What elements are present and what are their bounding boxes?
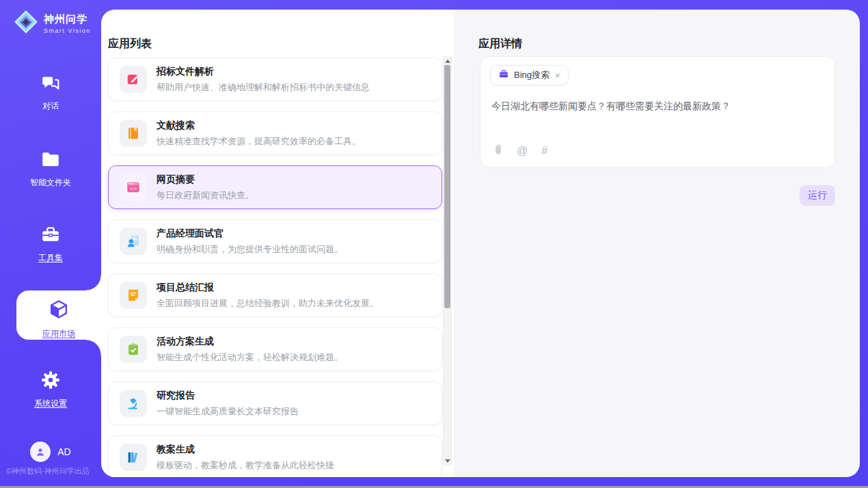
sidebar-item-label: 系统设置: [34, 398, 67, 409]
sidebar-item-smart-folder[interactable]: 智能文件夹: [0, 149, 101, 189]
triangle-down-icon: [445, 459, 450, 463]
app-name: 招标文件解析: [157, 66, 370, 78]
app-description: 每日政府新闻资讯快查。: [157, 189, 254, 202]
app-detail-panel: 应用详情 Bing搜索 × 今日湖北有哪些新闻要点？有哪些需要关注的最新政策？: [454, 10, 860, 477]
sidebar-item-toolset[interactable]: 工具集: [0, 224, 101, 264]
list-scrollbar[interactable]: [443, 56, 452, 465]
interviewer-icon: [120, 228, 147, 255]
folder-icon: [40, 149, 61, 172]
composer-toolbar: @ #: [493, 144, 547, 158]
app-name: 项目总结汇报: [157, 282, 379, 294]
app-card-project-summary[interactable]: 项目总结汇报 全面回顾项目进展，总结经验教训，助力未来优化发展。: [108, 273, 442, 317]
app-description: 明确身份和职责，为您提供专业性的面试问题。: [157, 243, 343, 256]
hash-icon[interactable]: #: [541, 146, 547, 157]
mention-icon[interactable]: @: [517, 146, 528, 157]
scrollbar-thumb[interactable]: [444, 65, 450, 308]
close-icon[interactable]: ×: [554, 70, 561, 81]
app-description: 全面回顾项目进展，总结经验教训，助力未来优化发展。: [157, 297, 379, 310]
user-initials: AD: [57, 446, 70, 457]
tool-chip-bing-search[interactable]: Bing搜索 ×: [490, 65, 569, 85]
app-list-title: 应用列表: [108, 37, 152, 51]
brand-tagline: Smart Vision: [44, 27, 91, 34]
book-icon: [120, 120, 147, 147]
app-name: 网页摘要: [157, 174, 254, 186]
sidebar-item-label: 应用市场: [42, 328, 75, 340]
tool-chip-label: Bing搜索: [514, 69, 550, 81]
app-card-list: 招标文件解析 帮助用户快速、准确地理解和解析招标书中的关键信息 文献搜索: [108, 57, 442, 477]
app-list-panel: 应用列表 招标文件解析 帮助用户快速、准确地理解和解析招标书中的关键信息: [101, 10, 454, 477]
note-icon: [120, 282, 147, 309]
copyright-text: ©神州数码·神州问学出品: [6, 466, 90, 476]
microscope-icon: [120, 390, 147, 417]
app-name: 教案生成: [157, 444, 334, 456]
app-name: 研究报告: [157, 390, 299, 402]
app-description: 模板驱动，教案秒成，教学准备从此轻松快捷: [157, 459, 334, 472]
triangle-up-icon: [445, 59, 450, 63]
app-description: 智能生成个性化活动方案，轻松解决规划难题。: [157, 351, 343, 364]
app-name: 文献搜索: [157, 120, 361, 132]
brand-name: 神州问学: [44, 13, 91, 26]
browser-code-icon: </>: [120, 174, 147, 201]
run-button[interactable]: 运行: [800, 185, 835, 206]
avatar: [30, 442, 51, 462]
books-icon: [120, 444, 147, 471]
app-description: 一键智能生成高质量长文本研究报告: [157, 405, 299, 418]
app-card-pm-interviewer[interactable]: 产品经理面试官 明确身份和职责，为您提供专业性的面试问题。: [108, 219, 442, 263]
app-card-event-plan[interactable]: 活动方案生成 智能生成个性化活动方案，轻松解决规划难题。: [108, 327, 442, 371]
gear-icon: [40, 370, 61, 393]
app-window: 神州问学 Smart Vision 对话 智能文件夹: [0, 0, 868, 488]
sidebar-item-label: 对话: [42, 100, 59, 112]
briefcase-icon: [498, 68, 509, 82]
query-input-text[interactable]: 今日湖北有哪些新闻要点？有哪些需要关注的最新政策？: [491, 99, 819, 113]
app-card-bid-document-analysis[interactable]: 招标文件解析 帮助用户快速、准确地理解和解析招标书中的关键信息: [108, 57, 442, 101]
app-card-web-summary[interactable]: </> 网页摘要 每日政府新闻资讯快查。: [108, 165, 442, 209]
app-card-lesson-plan[interactable]: 教案生成 模板驱动，教案秒成，教学准备从此轻松快捷: [108, 435, 442, 477]
sidebar-item-label: 工具集: [38, 252, 63, 264]
cube-icon: [48, 299, 70, 323]
prompt-card: Bing搜索 × 今日湖北有哪些新闻要点？有哪些需要关注的最新政策？ @ #: [480, 56, 835, 168]
toolbox-icon: [40, 224, 61, 247]
app-description: 帮助用户快速、准确地理解和解析招标书中的关键信息: [157, 81, 370, 94]
app-detail-title: 应用详情: [478, 37, 522, 51]
sidebar-item-label: 智能文件夹: [30, 177, 71, 189]
sidebar: 神州问学 Smart Vision 对话 智能文件夹: [0, 0, 101, 486]
app-description: 快速精准查找学术资源，提高研究效率的必备工具。: [157, 135, 361, 148]
app-card-literature-search[interactable]: 文献搜索 快速精准查找学术资源，提高研究效率的必备工具。: [108, 111, 442, 155]
clipboard-check-icon: [120, 336, 147, 363]
brand-logo: 神州问学 Smart Vision: [14, 10, 91, 37]
chat-icon: [40, 72, 61, 96]
svg-text:</>: </>: [130, 186, 137, 191]
scrollbar-up-button[interactable]: [444, 57, 451, 65]
paperclip-icon[interactable]: [493, 144, 503, 158]
app-card-research-report[interactable]: 研究报告 一键智能生成高质量长文本研究报告: [108, 381, 442, 425]
doc-edit-icon: [120, 66, 147, 93]
diamond-logo-icon: [14, 10, 38, 37]
main-content: 应用列表 招标文件解析 帮助用户快速、准确地理解和解析招标书中的关键信息: [101, 10, 860, 477]
scrollbar-down-button[interactable]: [444, 457, 451, 465]
sidebar-item-chat[interactable]: 对话: [0, 72, 101, 112]
app-name: 产品经理面试官: [157, 228, 343, 240]
user-account[interactable]: AD: [0, 442, 101, 462]
sidebar-item-app-market[interactable]: 应用市场: [16, 299, 101, 340]
sidebar-item-settings[interactable]: 系统设置: [0, 370, 101, 409]
app-name: 活动方案生成: [157, 336, 343, 348]
